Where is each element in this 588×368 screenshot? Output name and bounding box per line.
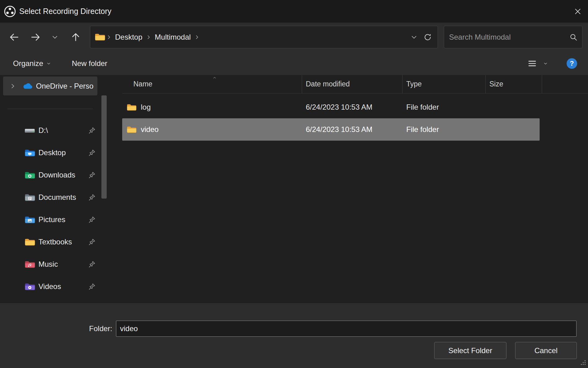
file-row-log[interactable]: log 6/24/2023 10:53 AM File folder [122, 96, 540, 118]
sidebar-item-label: Pictures [38, 215, 65, 224]
file-list: Name Date modified Type Size log [122, 75, 588, 303]
column-header-size[interactable]: Size [486, 75, 542, 93]
back-arrow-icon [9, 32, 19, 42]
cancel-button[interactable]: Cancel [515, 342, 577, 359]
file-type: File folder [403, 103, 486, 112]
sidebar-item-desktop[interactable]: Desktop [0, 142, 111, 164]
folder-icon [127, 126, 136, 134]
file-name: log [141, 103, 151, 112]
command-bar: Organize New folder ? [0, 52, 588, 75]
new-folder-button[interactable]: New folder [72, 59, 107, 68]
breadcrumb-chevron-icon [145, 34, 152, 40]
up-one-level-button[interactable] [67, 28, 84, 46]
pinned-items-list: D:\ Desktop [0, 119, 111, 298]
onedrive-cloud-icon [22, 82, 33, 90]
organize-button[interactable]: Organize [13, 59, 51, 68]
pin-icon [88, 149, 96, 157]
address-bar[interactable]: Desktop Multimodal [90, 26, 438, 48]
column-header-type[interactable]: Type [403, 75, 486, 93]
dialog-footer: Folder: Select Folder Cancel [0, 303, 588, 368]
new-folder-label: New folder [72, 59, 107, 68]
folder-icon [127, 103, 136, 111]
pin-icon [88, 261, 96, 268]
file-date-modified: 6/24/2023 10:53 AM [302, 125, 403, 134]
change-view-button[interactable] [523, 55, 541, 72]
drive-icon [24, 126, 35, 135]
sidebar-item-videos[interactable]: Videos [0, 275, 111, 298]
search-input[interactable] [444, 26, 582, 48]
documents-folder-icon [24, 193, 35, 202]
navigation-pane: OneDrive - Perso D:\ [0, 75, 111, 303]
resize-grip[interactable] [580, 360, 586, 367]
breadcrumb-chevron-icon [194, 34, 200, 40]
sidebar-item-textbooks[interactable]: Textbooks [0, 231, 111, 253]
folder-field-label: Folder: [84, 321, 112, 337]
up-arrow-icon [70, 32, 81, 42]
sidebar-item-label: Videos [38, 282, 61, 291]
sidebar-item-d-drive[interactable]: D:\ [0, 119, 111, 142]
window-title: Select Recording Directory [19, 7, 111, 16]
pin-icon [88, 216, 96, 224]
close-button[interactable] [568, 0, 588, 23]
column-header-row: Name Date modified Type Size [122, 75, 588, 94]
sidebar-item-label: Desktop [38, 148, 66, 157]
chevron-down-icon [543, 61, 548, 66]
folder-name-input[interactable] [116, 321, 577, 337]
chevron-down-icon [410, 33, 418, 41]
help-icon: ? [567, 58, 577, 69]
videos-folder-icon [24, 283, 35, 291]
desktop-folder-icon [24, 149, 35, 157]
dialog-content: OneDrive - Perso D:\ [0, 75, 588, 303]
forward-arrow-icon [30, 32, 41, 42]
file-type: File folder [403, 125, 486, 134]
sidebar-item-label: OneDrive - Perso [36, 82, 93, 90]
refresh-button[interactable] [421, 29, 434, 45]
obs-logo-icon [4, 5, 16, 18]
pin-icon [88, 171, 96, 179]
address-dropdown-button[interactable] [407, 29, 421, 45]
downloads-folder-icon [24, 171, 35, 179]
file-row-video-selected[interactable]: video 6/24/2023 10:53 AM File folder [122, 118, 540, 141]
pin-icon [88, 238, 96, 246]
view-options-dropdown[interactable] [541, 55, 550, 72]
breadcrumb-desktop[interactable]: Desktop [113, 32, 145, 43]
column-header-filler [542, 75, 588, 93]
sidebar-item-label: Textbooks [38, 238, 72, 246]
pin-icon [88, 194, 96, 201]
pictures-folder-icon [24, 216, 35, 224]
sidebar-item-documents[interactable]: Documents [0, 186, 111, 208]
details-view-icon [527, 59, 537, 68]
textbooks-folder-icon [24, 238, 35, 246]
breadcrumb-chevron-icon [106, 34, 112, 40]
music-folder-icon [24, 260, 35, 269]
select-recording-directory-dialog: Select Recording Directory [0, 0, 588, 368]
chevron-down-icon [46, 61, 51, 66]
pin-icon [88, 127, 96, 134]
close-icon [573, 7, 582, 16]
scrollbar-thumb[interactable] [101, 95, 107, 199]
sidebar-divider [7, 109, 93, 109]
file-name: video [141, 125, 158, 134]
breadcrumb-multimodal[interactable]: Multimodal [152, 32, 193, 43]
sidebar-item-label: Music [38, 260, 58, 269]
select-folder-button[interactable]: Select Folder [434, 342, 506, 359]
column-header-date-modified[interactable]: Date modified [302, 75, 403, 93]
recent-locations-button[interactable] [49, 28, 61, 46]
sidebar-item-downloads[interactable]: Downloads [0, 164, 111, 186]
navigation-bar: Desktop Multimodal [0, 23, 588, 52]
help-button[interactable]: ? [565, 55, 579, 72]
search-box [444, 26, 582, 48]
forward-button[interactable] [27, 28, 44, 46]
chevron-right-icon [9, 83, 16, 90]
sidebar-item-pictures[interactable]: Pictures [0, 208, 111, 231]
refresh-icon [423, 33, 432, 42]
search-icon[interactable] [569, 33, 578, 42]
sort-ascending-icon [212, 76, 218, 80]
back-button[interactable] [5, 28, 23, 46]
sidebar-scrollbar[interactable] [101, 75, 107, 303]
organize-label: Organize [13, 59, 43, 68]
sidebar-item-label: D:\ [38, 126, 48, 135]
sidebar-item-music[interactable]: Music [0, 253, 111, 275]
title-bar: Select Recording Directory [0, 0, 588, 23]
sidebar-item-onedrive[interactable]: OneDrive - Perso [3, 77, 97, 95]
